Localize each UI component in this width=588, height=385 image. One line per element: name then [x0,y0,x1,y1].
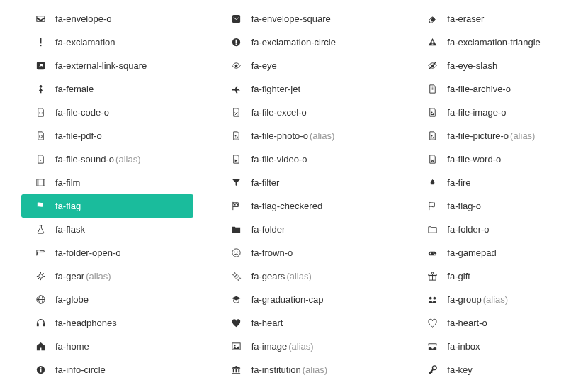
svg-rect-13 [43,323,45,326]
svg-point-21 [235,65,238,67]
icon-item-fa-external-link-square[interactable]: fa-external-link-square [21,54,193,77]
icon-item-fa-globe[interactable]: fa-globe [21,288,193,311]
icon-item-fa-file-sound-o[interactable]: fa-file-sound-o (alias) [21,147,193,171]
icon-item-fa-exclamation-circle[interactable]: fa-exclamation-circle [217,30,390,54]
icon-label: fa-frown-o [251,247,293,258]
icon-item-fa-home[interactable]: fa-home [21,335,193,358]
filter-icon [230,177,243,189]
icon-item-fa-folder-o[interactable]: fa-folder-o [413,218,585,241]
icon-item-fa-envelope-square[interactable]: fa-envelope-square [217,7,390,30]
icon-item-fa-laptop[interactable]: fa-laptop [217,381,390,385]
icon-item-fa-flask[interactable]: fa-flask [21,218,193,241]
icon-item-fa-group[interactable]: fa-group (alias) [413,288,585,311]
icon-item-fa-envelope-o[interactable]: fa-envelope-o [21,7,193,30]
icon-label: fa-globe [55,294,89,305]
icon-item-fa-file-video-o[interactable]: fa-file-video-o [217,147,390,171]
icon-item-fa-graduation-cap[interactable]: fa-graduation-cap [217,288,390,311]
icon-label: fa-filter [251,177,280,188]
svg-point-27 [232,249,240,257]
svg-rect-20 [236,43,237,45]
icon-label: fa-external-link-square [55,60,147,71]
icon-label: fa-graduation-cap [251,294,324,305]
icon-item-fa-file-image-o[interactable]: fa-file-image-o [413,101,585,124]
icon-item-fa-eraser[interactable]: fa-eraser [413,7,585,30]
icon-item-fa-fire[interactable]: fa-fire [413,171,585,194]
gift-icon [426,270,439,283]
svg-rect-35 [431,41,433,44]
icon-item-fa-gamepad[interactable]: fa-gamepad [413,241,585,264]
icon-item-fa-institution[interactable]: fa-institution (alias) [217,358,390,381]
inbox-icon [426,340,439,353]
svg-rect-44 [429,252,436,256]
svg-rect-24 [236,203,237,204]
icon-item-fa-flag-o[interactable]: fa-flag-o [413,194,585,218]
svg-point-51 [433,297,436,300]
icon-label: fa-female [55,84,94,94]
icon-item-fa-file-picture-o[interactable]: fa-file-picture-o (alias) [413,124,585,147]
icon-item-fa-frown-o[interactable]: fa-frown-o [217,241,390,264]
icon-label: fa-file-excel-o [251,107,307,118]
icon-label: fa-fire [447,177,470,188]
alias-tag: (alias) [483,294,508,305]
icon-item-fa-exclamation[interactable]: fa-exclamation [21,30,193,54]
flag-checkered-icon [230,200,243,213]
icon-item-fa-file-archive-o[interactable]: fa-file-archive-o [413,77,585,101]
icon-item-fa-file-word-o[interactable]: fa-file-word-o [413,147,585,171]
svg-point-46 [434,254,436,255]
icon-item-fa-fighter-jet[interactable]: fa-fighter-jet [217,77,390,101]
icon-item-fa-gift[interactable]: fa-gift [413,264,585,288]
icon-item-fa-inbox[interactable]: fa-inbox [413,335,585,358]
icon-item-fa-headphones[interactable]: fa-headphones [21,311,193,335]
svg-point-29 [237,252,239,253]
alias-tag: (alias) [310,130,334,141]
icon-item-fa-heart[interactable]: fa-heart [217,311,390,335]
icon-item-fa-eye[interactable]: fa-eye [217,54,390,77]
icon-label: fa-exclamation-triangle [447,37,541,48]
icon-item-fa-file-code-o[interactable]: fa-file-code-o [21,101,193,124]
icon-item-fa-gear[interactable]: fa-gear (alias) [21,264,193,288]
home-icon [34,340,47,353]
icon-item-fa-key[interactable]: fa-key [413,358,585,381]
exclamation-circle-icon [230,36,243,49]
svg-rect-12 [36,323,38,326]
svg-rect-0 [40,38,41,44]
eye-icon [230,60,243,72]
icon-label: fa-fighter-jet [251,84,300,94]
icon-item-fa-file-pdf-o[interactable]: fa-file-pdf-o [21,124,193,147]
svg-point-33 [234,345,236,347]
file-video-o-icon [230,153,243,166]
icon-item-fa-image[interactable]: fa-image (alias) [217,335,390,358]
icon-label: fa-eye-slash [447,60,497,71]
icon-item-fa-heart-o[interactable]: fa-heart-o [413,311,585,335]
icon-item-fa-folder[interactable]: fa-folder [217,218,390,241]
gears-icon [230,270,243,283]
file-picture-o-icon [426,130,439,143]
icon-item-fa-filter[interactable]: fa-filter [217,171,390,194]
svg-point-30 [234,274,237,277]
icon-label: fa-folder-o [447,224,489,235]
svg-rect-16 [40,367,41,369]
icon-item-fa-exclamation-triangle[interactable]: fa-exclamation-triangle [413,30,585,54]
svg-point-8 [38,274,43,279]
icon-item-fa-eye-slash[interactable]: fa-eye-slash [413,54,585,77]
svg-point-3 [39,85,42,88]
svg-point-31 [237,277,240,279]
icon-item-fa-folder-open-o[interactable]: fa-folder-open-o [21,241,193,264]
icon-item-fa-film[interactable]: fa-film [21,171,193,194]
alias-tag: (alias) [510,130,535,141]
icon-label: fa-file-image-o [447,107,506,118]
icon-label: fa-heart-o [447,318,487,328]
icon-item-fa-female[interactable]: fa-female [21,77,193,101]
icon-item-fa-gears[interactable]: fa-gears (alias) [217,264,390,288]
icon-item-fa-info-circle[interactable]: fa-info-circle [21,358,193,381]
icon-item-fa-file-excel-o[interactable]: fa-file-excel-o [217,101,390,124]
icon-item-fa-leaf[interactable]: fa-leaf [413,381,585,385]
icon-item-fa-flag[interactable]: fa-flag [21,194,193,218]
icon-item-fa-file-photo-o[interactable]: fa-file-photo-o (alias) [217,124,390,147]
icon-item-fa-language[interactable]: fa-language [21,381,193,385]
svg-point-4 [39,135,42,138]
icon-item-fa-flag-checkered[interactable]: fa-flag-checkered [217,194,390,218]
flag-o-icon [426,200,439,213]
info-circle-icon [34,364,47,376]
fighter-jet-icon [230,83,243,96]
